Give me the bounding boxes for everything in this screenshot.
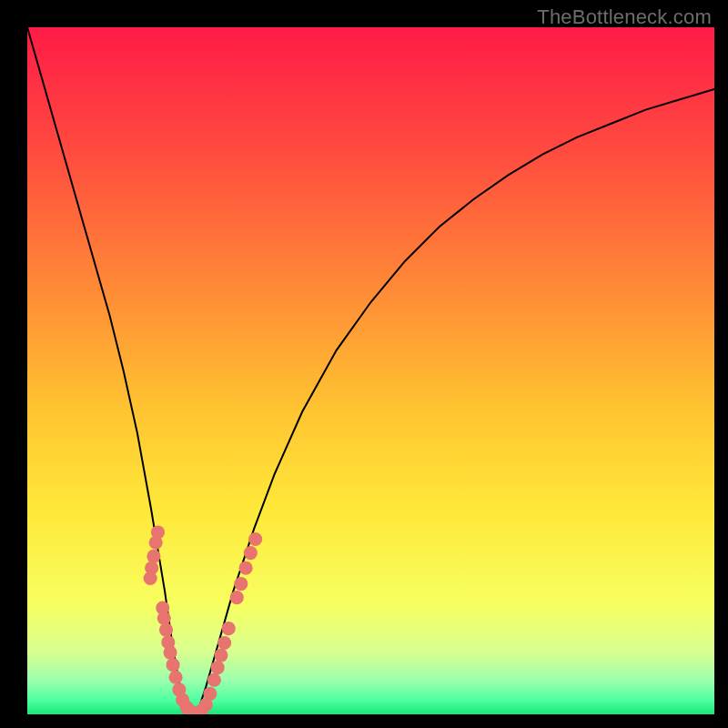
watermark-text: TheBottleneck.com: [537, 5, 712, 29]
data-dot: [239, 561, 253, 575]
data-dot: [230, 591, 244, 604]
plot-area: [27, 27, 714, 714]
data-dot: [157, 612, 171, 625]
data-dot: [248, 532, 262, 546]
data-dot: [149, 536, 163, 550]
data-dot: [163, 646, 177, 660]
data-dot: [222, 622, 236, 635]
curve-layer: [27, 27, 714, 714]
data-dot: [217, 636, 231, 650]
data-dot: [167, 658, 180, 672]
data-dot: [144, 571, 157, 585]
data-dots: [144, 525, 263, 714]
data-dot: [203, 687, 217, 701]
data-dot: [211, 661, 225, 674]
data-dot: [159, 623, 173, 637]
data-dot: [244, 546, 258, 560]
outer-frame: TheBottleneck.com: [0, 0, 728, 728]
bottleneck-curve: [27, 27, 714, 714]
data-dot: [147, 550, 160, 563]
data-dot: [169, 671, 183, 684]
data-dot: [214, 649, 228, 662]
data-dot: [207, 673, 221, 687]
data-dot: [234, 577, 248, 591]
